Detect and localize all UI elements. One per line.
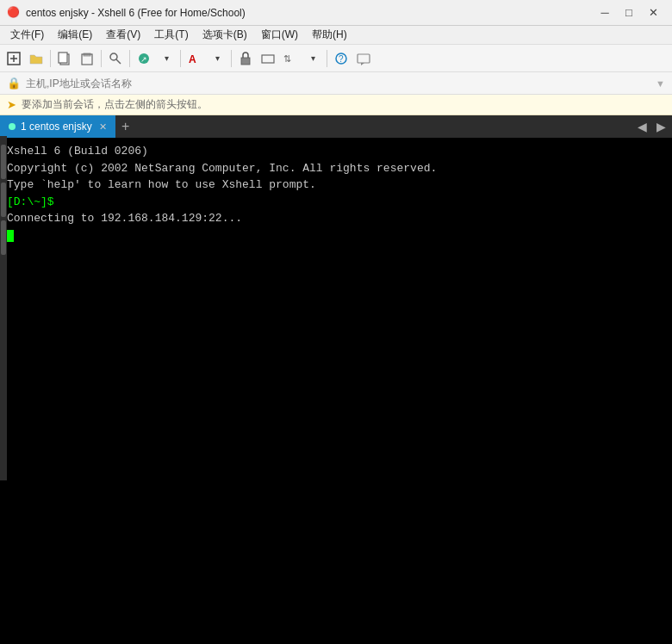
- title-bar: 🔴 centos enjsky - Xshell 6 (Free for Hom…: [0, 0, 672, 26]
- tab-add-button[interactable]: +: [115, 115, 136, 138]
- terminal-line: [D:\~]$: [7, 194, 665, 211]
- toolbar-sep-1: [50, 50, 51, 67]
- maximize-button[interactable]: □: [617, 4, 641, 22]
- hint-text: 要添加当前会话，点击左侧的箭头按钮。: [22, 97, 208, 112]
- lock-icon: [238, 51, 253, 66]
- svg-point-7: [110, 53, 117, 60]
- strip-item-1[interactable]: [1, 145, 6, 179]
- toolbar-copy-btn[interactable]: [54, 48, 75, 69]
- toolbar-sep-2: [101, 50, 102, 67]
- svg-text:A: A: [189, 53, 196, 65]
- folder-icon: [28, 51, 44, 66]
- terminal-line: Connecting to 192.168.184.129:22...: [7, 210, 665, 227]
- search-icon: [108, 51, 123, 66]
- close-button[interactable]: ✕: [641, 4, 665, 22]
- minimize-button[interactable]: ─: [593, 4, 617, 22]
- font-icon: A: [187, 51, 202, 66]
- svg-text:?: ?: [339, 54, 344, 64]
- left-sidebar-strip: [0, 136, 7, 480]
- toolbar-transfer-btn[interactable]: ⇅: [280, 48, 301, 69]
- menu-help[interactable]: 帮助(H): [305, 26, 354, 44]
- toolbar-message-btn[interactable]: [353, 48, 374, 69]
- terminal-line: Xshell 6 (Build 0206): [7, 143, 665, 160]
- copy-icon: [57, 51, 72, 66]
- toolbar-sep-3: [129, 50, 130, 67]
- address-dropdown-icon[interactable]: ▼: [656, 78, 665, 89]
- menu-edit[interactable]: 编辑(E): [51, 26, 99, 44]
- toolbar-sep-4: [180, 50, 181, 67]
- svg-rect-20: [358, 54, 370, 63]
- tab-status-dot: [9, 123, 16, 130]
- terminal-line: Copyright (c) 2002 NetSarang Computer, I…: [7, 160, 665, 177]
- svg-text:↗: ↗: [140, 55, 147, 64]
- terminal-cursor: [7, 230, 14, 242]
- connect-icon: ↗: [136, 51, 152, 66]
- terminal[interactable]: Xshell 6 (Build 0206)Copyright (c) 2002 …: [0, 138, 672, 644]
- tab-prev-icon[interactable]: ◀: [634, 118, 650, 135]
- toolbar-help-btn[interactable]: ?: [331, 48, 352, 69]
- menu-tools[interactable]: 工具(T): [147, 26, 195, 44]
- toolbar-open-btn[interactable]: [26, 48, 47, 69]
- toolbar-paste-btn[interactable]: [77, 48, 97, 69]
- strip-item-3[interactable]: [1, 220, 6, 255]
- tab-bar: 1 centos enjsky ✕ + ◀ ▶: [0, 115, 672, 138]
- toolbar-transfer-dropdown-btn[interactable]: ▾: [302, 48, 323, 69]
- svg-rect-13: [262, 55, 274, 63]
- title-bar-left: 🔴 centos enjsky - Xshell 6 (Free for Hom…: [7, 6, 246, 20]
- toolbar-dropdown-btn[interactable]: ▾: [156, 48, 177, 69]
- tab-next-icon[interactable]: ▶: [653, 118, 669, 135]
- toolbar-sep-5: [231, 50, 232, 67]
- toolbar-connect-btn[interactable]: ↗: [134, 48, 154, 69]
- hint-icon: ➤: [7, 98, 16, 111]
- svg-rect-4: [59, 53, 67, 63]
- lock-icon: 🔒: [7, 77, 21, 90]
- menu-file[interactable]: 文件(F): [3, 26, 51, 44]
- toolbar-keyboard-btn[interactable]: [258, 48, 278, 69]
- tab-label: 1 centos enjsky: [21, 121, 92, 133]
- message-icon: [356, 51, 371, 66]
- toolbar-lock-btn[interactable]: [235, 48, 256, 69]
- svg-rect-12: [241, 58, 250, 65]
- toolbar-font-dropdown-btn[interactable]: ▾: [207, 48, 227, 69]
- transfer-icon: ⇅: [283, 51, 298, 66]
- tab-centos-enjsky[interactable]: 1 centos enjsky ✕: [0, 115, 115, 138]
- address-input[interactable]: [26, 77, 650, 90]
- toolbar-new-btn[interactable]: [3, 48, 24, 69]
- paste-icon: [79, 51, 95, 66]
- menu-window[interactable]: 窗口(W): [254, 26, 305, 44]
- window-title: centos enjsky - Xshell 6 (Free for Home/…: [26, 7, 246, 19]
- tab-close-btn[interactable]: ✕: [99, 121, 107, 133]
- toolbar-sep-6: [327, 50, 327, 67]
- strip-item-2[interactable]: [1, 183, 6, 217]
- hint-bar: ➤ 要添加当前会话，点击左侧的箭头按钮。: [0, 95, 672, 115]
- svg-line-8: [116, 59, 121, 64]
- tab-nav: ◀ ▶: [634, 118, 672, 135]
- app-icon: 🔴: [7, 6, 21, 20]
- address-bar: 🔒 ▼: [0, 72, 672, 95]
- terminal-line: Type `help' to learn how to use Xshell p…: [7, 176, 665, 194]
- window-controls: ─ □ ✕: [593, 4, 665, 22]
- menu-tabs[interactable]: 选项卡(B): [196, 26, 254, 44]
- help-icon: ?: [333, 51, 349, 66]
- toolbar: ↗ ▾ A ▾ ⇅ ▾ ?: [0, 45, 672, 72]
- toolbar-search-btn[interactable]: [105, 48, 126, 69]
- keyboard-icon: [260, 51, 276, 66]
- toolbar-font-btn[interactable]: A: [184, 48, 205, 69]
- new-icon: [6, 51, 22, 66]
- svg-text:⇅: ⇅: [283, 53, 291, 64]
- menu-view[interactable]: 查看(V): [99, 26, 147, 44]
- terminal-cursor-line: [7, 227, 665, 245]
- menu-bar: 文件(F) 编辑(E) 查看(V) 工具(T) 选项卡(B) 窗口(W) 帮助(…: [0, 26, 672, 45]
